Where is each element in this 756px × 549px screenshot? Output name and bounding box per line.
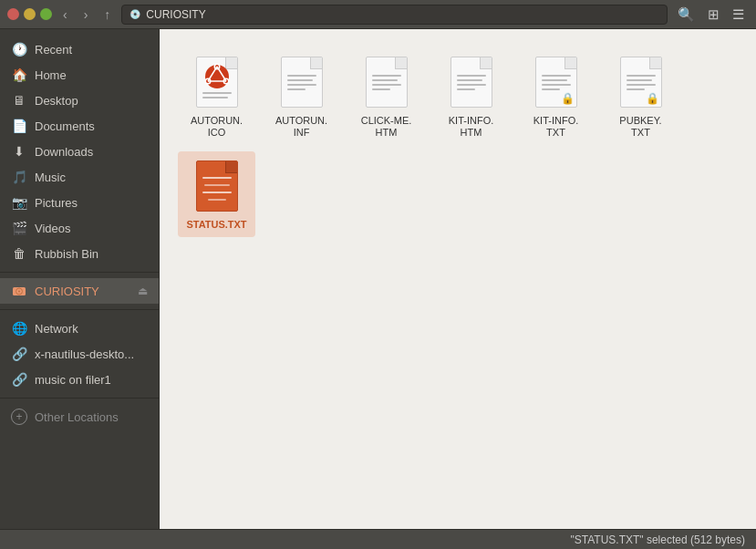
lock-icon: 🔒 (561, 92, 575, 105)
file-label: AUTORUN.ICO (191, 115, 243, 139)
sidebar-item-label: Rubbish Bin (35, 247, 148, 261)
sidebar-item-label: Videos (35, 222, 148, 235)
sidebar-separator (0, 272, 159, 273)
file-icon-autorun-inf (277, 53, 326, 111)
nautilus-icon: 🔗 (11, 346, 27, 362)
menu-button[interactable]: ☰ (728, 5, 749, 25)
sidebar-item-label: Documents (35, 119, 148, 133)
sidebar-item-pictures[interactable]: 📷 Pictures (0, 190, 159, 215)
sidebar-item-label: Home (35, 68, 148, 82)
drive-icon: 💿 (129, 9, 140, 19)
home-icon: 🏠 (11, 67, 27, 83)
eject-icon[interactable]: ⏏ (138, 285, 148, 297)
rubbish-bin-icon: 🗑 (11, 245, 27, 262)
sidebar-item-music-filer1[interactable]: 🔗 music on filer1 (0, 367, 159, 392)
sidebar-item-label: Downloads (35, 145, 148, 159)
sidebar-item-home[interactable]: 🏠 Home (0, 62, 159, 88)
file-label: KIT-INFO.TXT (533, 115, 579, 139)
other-locations-label: Other Locations (35, 410, 119, 424)
videos-icon: 🎬 (11, 220, 27, 236)
svg-point-2 (18, 291, 20, 293)
close-button[interactable] (7, 8, 19, 20)
sidebar-item-other-locations[interactable]: + Other Locations (0, 404, 159, 430)
file-item-status-txt[interactable]: STATUS.TXT (178, 151, 255, 236)
sidebar-drive-label: CURIOSITY (35, 285, 130, 298)
file-icon-pubkey-txt: 🔒 (616, 53, 666, 111)
sidebar-item-rubbish-bin[interactable]: 🗑 Rubbish Bin (0, 241, 159, 266)
file-label: AUTORUN.INF (275, 115, 327, 139)
nav-forward-button[interactable]: › (78, 5, 94, 24)
main-area: 🕐 Recent 🏠 Home 🖥 Desktop 📄 Documents ⬇ … (0, 29, 756, 529)
sidebar-item-label: Desktop (35, 94, 148, 108)
file-area[interactable]: AUTORUN.ICO AUTORUN.INF (160, 29, 756, 529)
sidebar-item-videos[interactable]: 🎬 Videos (0, 215, 159, 241)
recent-icon: 🕐 (11, 41, 27, 57)
sidebar-item-label: music on filer1 (35, 373, 148, 387)
file-item-autorun-ico[interactable]: AUTORUN.ICO (178, 47, 255, 144)
file-label: CLICK-ME.HTM (361, 115, 412, 139)
desktop-icon: 🖥 (11, 92, 27, 109)
documents-icon: 📄 (11, 118, 27, 134)
sidebar-item-nautilus-desktop[interactable]: 🔗 x-nautilus-deskto... (0, 341, 159, 367)
titlebar: ‹ › ↑ 💿 CURIOSITY 🔍 ⊞ ☰ (0, 0, 756, 29)
file-item-click-me-htm[interactable]: CLICK-ME.HTM (347, 47, 425, 144)
location-title: CURIOSITY (146, 8, 205, 21)
nav-up-button[interactable]: ↑ (98, 5, 116, 24)
sidebar-item-label: Pictures (35, 196, 148, 210)
file-item-kit-info-txt[interactable]: 🔒 KIT-INFO.TXT (517, 47, 595, 144)
add-icon: + (11, 409, 27, 425)
window-controls (7, 8, 52, 20)
view-button[interactable]: ⊞ (703, 5, 724, 25)
file-icon-kit-info-htm (447, 53, 496, 111)
file-icon-status-txt (192, 157, 242, 215)
search-button[interactable]: 🔍 (673, 5, 699, 25)
music-icon: 🎵 (11, 169, 27, 185)
file-item-kit-info-htm[interactable]: KIT-INFO.HTM (432, 47, 510, 144)
sidebar-item-music[interactable]: 🎵 Music (0, 164, 159, 190)
sidebar-item-desktop[interactable]: 🖥 Desktop (0, 88, 159, 113)
sidebar: 🕐 Recent 🏠 Home 🖥 Desktop 📄 Documents ⬇ … (0, 29, 160, 529)
file-item-pubkey-txt[interactable]: 🔒 PUBKEY.TXT (602, 47, 679, 144)
sidebar-separator-2 (0, 309, 159, 310)
statusbar-text: "STATUS.TXT" selected (512 bytes) (571, 533, 745, 546)
pictures-icon: 📷 (11, 194, 27, 211)
file-label: STATUS.TXT (186, 219, 246, 231)
maximize-button[interactable] (40, 8, 52, 20)
minimize-button[interactable] (24, 8, 36, 20)
sidebar-item-curiosity[interactable]: CURIOSITY ⏏ (0, 278, 159, 304)
sidebar-item-label: Recent (35, 43, 148, 57)
sidebar-item-label: x-nautilus-deskto... (35, 347, 148, 361)
nav-back-button[interactable]: ‹ (57, 5, 73, 24)
sidebar-item-recent[interactable]: 🕐 Recent (0, 36, 159, 62)
file-icon-autorun-ico (192, 53, 242, 111)
curiosity-drive-icon (11, 283, 27, 299)
sidebar-item-label: Music (35, 171, 148, 184)
file-icon-click-me-htm (362, 53, 411, 111)
sidebar-item-label: Network (35, 322, 148, 336)
location-bar[interactable]: 💿 CURIOSITY (121, 5, 668, 25)
file-label: KIT-INFO.HTM (449, 115, 494, 139)
sidebar-item-downloads[interactable]: ⬇ Downloads (0, 139, 159, 164)
file-item-autorun-inf[interactable]: AUTORUN.INF (263, 47, 340, 144)
lock-icon: 🔒 (646, 92, 659, 105)
filer1-icon: 🔗 (11, 371, 27, 388)
file-icon-kit-info-txt: 🔒 (532, 53, 581, 111)
downloads-icon: ⬇ (11, 143, 27, 160)
sidebar-item-documents[interactable]: 📄 Documents (0, 113, 159, 139)
sidebar-separator-3 (0, 398, 159, 399)
sidebar-item-network[interactable]: 🌐 Network (0, 316, 159, 341)
statusbar: "STATUS.TXT" selected (512 bytes) (0, 529, 756, 549)
network-icon: 🌐 (11, 320, 27, 337)
toolbar-right: 🔍 ⊞ ☰ (673, 5, 749, 25)
file-label: PUBKEY.TXT (619, 115, 661, 139)
